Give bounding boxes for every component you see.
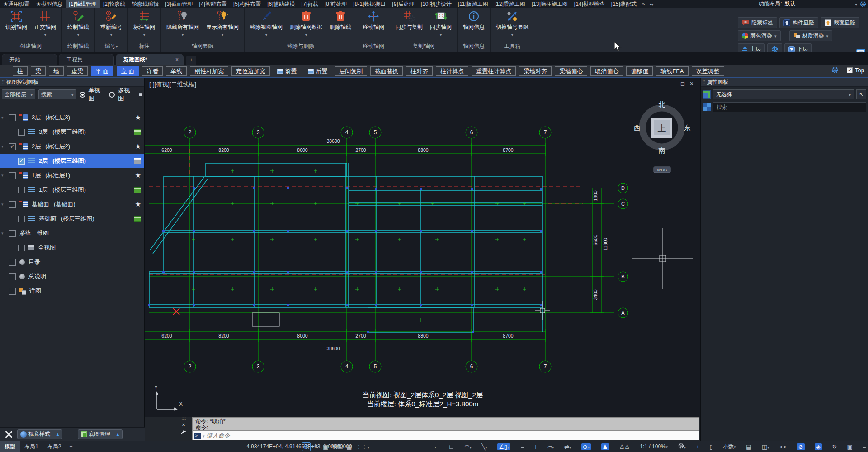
show-all-grids-button[interactable]: 显示所有轴网 [203, 9, 242, 38]
restore-icon[interactable]: ◻ [680, 80, 685, 87]
slab-toggle-icon[interactable]: 板 [302, 442, 311, 451]
ribbon-group-label[interactable]: 绘制轴线 [62, 42, 94, 52]
column-calc-point-button[interactable]: 柱计算点 [436, 66, 468, 76]
renumber-button[interactable]: 1A 重新编号 [97, 9, 125, 38]
zoom-scale-value[interactable]: 1:1 / 100% [640, 443, 668, 450]
new-layout-button[interactable]: + [66, 443, 76, 450]
tree-item-fullview[interactable]: 全视图 [0, 240, 144, 255]
menu-item[interactable]: [14]模型检查 [571, 0, 608, 8]
checkbox[interactable] [9, 172, 16, 179]
wrench-icon[interactable] [180, 428, 187, 435]
menu-item[interactable]: [8-1]数据接口 [350, 0, 389, 8]
star-icon[interactable] [135, 171, 141, 179]
thumbnail-icon[interactable] [134, 216, 141, 222]
tree-item-catalog[interactable]: 目录 [0, 255, 144, 269]
thumbnail-icon[interactable] [134, 158, 141, 164]
detail-view-button[interactable]: 详看 [142, 66, 163, 76]
cad-canvas[interactable]: 2 3 4 5 6 7 2 3 4 5 6 7 D C B A 6200 82 [145, 78, 700, 417]
expander-icon[interactable]: ▾ [1, 202, 4, 207]
axis-fea-button[interactable]: 轴线FEA [656, 66, 688, 76]
material-render-button[interactable]: 材质渲染 [789, 30, 833, 41]
section-visibility-button[interactable]: 截面显隐 [821, 17, 859, 28]
tree-item-1f-3d[interactable]: 1层(楼层三维图) [0, 183, 144, 197]
locate-edge-widen-button[interactable]: 定位边加宽 [231, 66, 270, 76]
menu-item[interactable]: [8]前处理 [321, 0, 350, 8]
ruler-icon[interactable]: ▯ [710, 443, 713, 450]
menu-overflow-icon[interactable]: » [640, 1, 647, 7]
star-icon[interactable] [135, 113, 141, 122]
layout-dropdown-icon[interactable] [855, 1, 857, 7]
thumbnail-icon[interactable] [134, 187, 141, 193]
grid-display-icon[interactable]: ▦ [346, 443, 352, 450]
snap-marker-icon[interactable]: ⌐ [435, 443, 439, 450]
close-command-icon[interactable]: × [182, 421, 185, 428]
list-icon[interactable]: ▤ [746, 443, 751, 450]
tree-item-1f[interactable]: ▾1层(标准层1) [0, 168, 144, 183]
menu-item[interactable]: [2]轮廓线 [100, 0, 128, 8]
ribbon-group-label[interactable]: 工具箱 [491, 42, 534, 52]
column-button[interactable]: 柱 [13, 66, 28, 76]
annotate-grid-button[interactable]: 标注轴网 [130, 9, 158, 38]
section-replace-button[interactable]: 截面替换 [370, 66, 403, 76]
viewport-label[interactable]: [-][俯视][二维线框] [149, 80, 196, 89]
star-icon[interactable] [135, 200, 141, 208]
pick-object-button[interactable]: ↖ [856, 89, 866, 99]
new-tab-button[interactable]: + [186, 56, 196, 65]
ribbon-group-label[interactable]: 创建轴网 [0, 42, 61, 52]
menu-item[interactable]: [12]梁施工图 [491, 0, 528, 8]
bring-front-button[interactable]: 前置 [273, 66, 301, 76]
close-icon[interactable]: ✕ [689, 80, 694, 87]
menu-item[interactable]: [3]截面管理 [162, 0, 196, 8]
column-align-button[interactable]: 柱对齐 [406, 66, 433, 76]
window-icon[interactable]: ▣ [323, 443, 328, 450]
menu-item[interactable]: ★模型信息 [33, 0, 66, 8]
component-visibility-button[interactable]: 构件显隐 [779, 17, 818, 28]
ribbon-group-label[interactable]: 编号 [95, 42, 127, 52]
checkbox[interactable] [9, 143, 16, 150]
tree-item-2f-3d[interactable]: 2层(楼层三维图) [0, 154, 144, 168]
beam-wall-align-button[interactable]: 梁墙对齐 [519, 66, 552, 76]
tree-item-3f[interactable]: ▾3层(标准层3) [0, 110, 144, 125]
ortho-icon[interactable]: ∟ [448, 443, 454, 450]
property-search-input[interactable] [713, 102, 866, 112]
layout1-tab[interactable]: 布局1 [20, 441, 43, 452]
tree-item-detail[interactable]: 详图 [0, 284, 144, 298]
sync-grid-button[interactable]: 同步轴网 [427, 9, 455, 38]
lineweight-icon[interactable]: ≡ [521, 443, 524, 450]
isolate-objects-icon[interactable]: ⊘ [797, 443, 805, 450]
checkbox[interactable] [9, 273, 16, 280]
annotation-scale-icons[interactable]: ♙♙ [619, 443, 630, 450]
hide-labels-button[interactable]: 隐藏标签 [738, 17, 777, 28]
copy-between-floors-button[interactable]: 层间复制 [335, 66, 367, 76]
isometric-pair-icon[interactable]: ∠▯ [497, 443, 510, 450]
wall-button[interactable]: 墙 [49, 66, 64, 76]
checkbox[interactable] [9, 259, 16, 266]
sync-settings-icon[interactable]: ↻ [832, 443, 837, 450]
grip-icon[interactable]: ⠿ [2, 80, 5, 85]
tree-item-base-3d[interactable]: 基础面(楼层三维图) [0, 212, 144, 226]
checkbox[interactable] [18, 158, 25, 165]
menu-panel-icon[interactable]: ▪ [647, 1, 656, 7]
settings-gear-icon[interactable] [860, 1, 866, 7]
menu-item[interactable]: 轮廓线编辑 [128, 0, 162, 8]
beam-button[interactable]: 梁 [31, 66, 46, 76]
panel-menu-icon[interactable]: ≡ [139, 91, 142, 98]
tab-project-set[interactable]: 工程集 [59, 54, 114, 65]
customize-menu-icon[interactable]: ≡ [863, 443, 866, 450]
view-compass[interactable]: 北 西 东 南 上 WCS [634, 100, 691, 173]
multi-view-radio[interactable] [109, 92, 115, 98]
plus-icon[interactable]: + [696, 443, 700, 450]
polar-tracking-icon[interactable]: ◠ [464, 443, 472, 450]
command-history[interactable]: 命令: *取消* 命令: [192, 417, 699, 431]
visual-style-button[interactable]: 视觉样式▲ [17, 429, 62, 439]
menu-item[interactable]: [15]装配式 [608, 0, 640, 8]
expander-icon[interactable]: ▾ [1, 144, 4, 149]
beam-wall-offset-button[interactable]: 梁墙偏心 [555, 66, 587, 76]
plan-view-button[interactable]: 平 面 [91, 66, 113, 76]
checkbox[interactable] [9, 230, 16, 237]
rigid-bar-widen-button[interactable]: 刚性杆加宽 [190, 66, 228, 76]
checkbox[interactable] [9, 201, 16, 208]
send-back-button[interactable]: 后置 [304, 66, 331, 76]
layout2-tab[interactable]: 布局2 [43, 441, 66, 452]
expand-up-icon[interactable]: ▲ [53, 429, 62, 439]
